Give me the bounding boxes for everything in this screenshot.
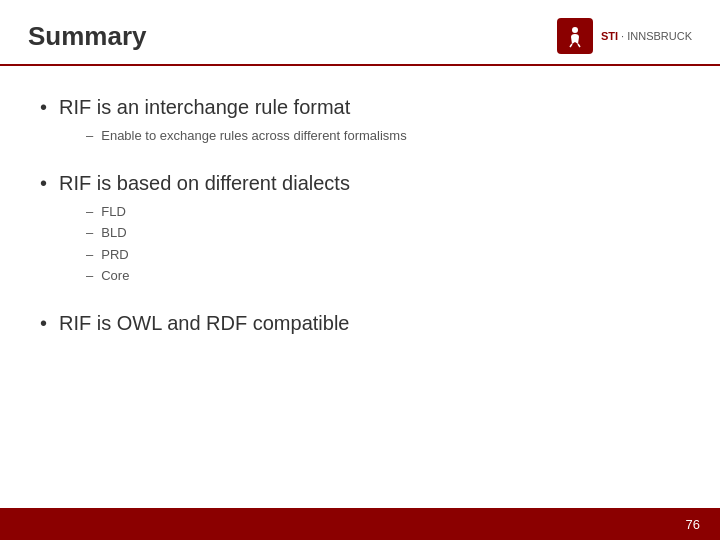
sub-item-2-3: – PRD	[86, 245, 680, 265]
sub-dash: –	[86, 245, 93, 265]
slide-footer: 76	[0, 508, 720, 540]
sub-item-2-4: – Core	[86, 266, 680, 286]
sub-dash: –	[86, 266, 93, 286]
bullet-label-3: RIF is OWL and RDF compatible	[59, 310, 349, 336]
sub-item-1-1: – Enable to exchange rules across differ…	[86, 126, 680, 146]
sub-dash: –	[86, 223, 93, 243]
svg-point-0	[572, 27, 578, 33]
bullet-dot-3: •	[40, 310, 47, 336]
slide-content: • RIF is an interchange rule format – En…	[0, 66, 720, 380]
sub-item-2-2: – BLD	[86, 223, 680, 243]
bullet-item-2: • RIF is based on different dialects	[40, 170, 680, 196]
sub-text-2-1: FLD	[101, 202, 126, 222]
bullet-item-3: • RIF is OWL and RDF compatible	[40, 310, 680, 336]
bullet-section-2: • RIF is based on different dialects – F…	[40, 170, 680, 286]
sti-label: STI	[601, 30, 618, 42]
logo-icon	[557, 18, 593, 54]
slide: Summary STI · INNSBRUCK • RIF	[0, 0, 720, 540]
bullet-label-2: RIF is based on different dialects	[59, 170, 350, 196]
sub-text-2-3: PRD	[101, 245, 128, 265]
sti-icon	[563, 24, 587, 48]
logo-area: STI · INNSBRUCK	[557, 18, 692, 54]
logo-text: STI · INNSBRUCK	[601, 29, 692, 43]
bullet-item-1: • RIF is an interchange rule format	[40, 94, 680, 120]
sub-dash: –	[86, 126, 93, 146]
sub-item-2-1: – FLD	[86, 202, 680, 222]
sub-items-1: – Enable to exchange rules across differ…	[86, 126, 680, 146]
sub-text-1-1: Enable to exchange rules across differen…	[101, 126, 406, 146]
sub-text-2-2: BLD	[101, 223, 126, 243]
bullet-section-1: • RIF is an interchange rule format – En…	[40, 94, 680, 146]
bullet-dot-2: •	[40, 170, 47, 196]
sub-items-2: – FLD – BLD – PRD – Core	[86, 202, 680, 286]
bullet-label-1: RIF is an interchange rule format	[59, 94, 350, 120]
bullet-dot-1: •	[40, 94, 47, 120]
slide-header: Summary STI · INNSBRUCK	[0, 0, 720, 66]
sub-text-2-4: Core	[101, 266, 129, 286]
slide-title: Summary	[28, 21, 147, 52]
sub-dash: –	[86, 202, 93, 222]
innsbruck-label: INNSBRUCK	[627, 30, 692, 42]
bullet-section-3: • RIF is OWL and RDF compatible	[40, 310, 680, 336]
page-number: 76	[686, 517, 700, 532]
